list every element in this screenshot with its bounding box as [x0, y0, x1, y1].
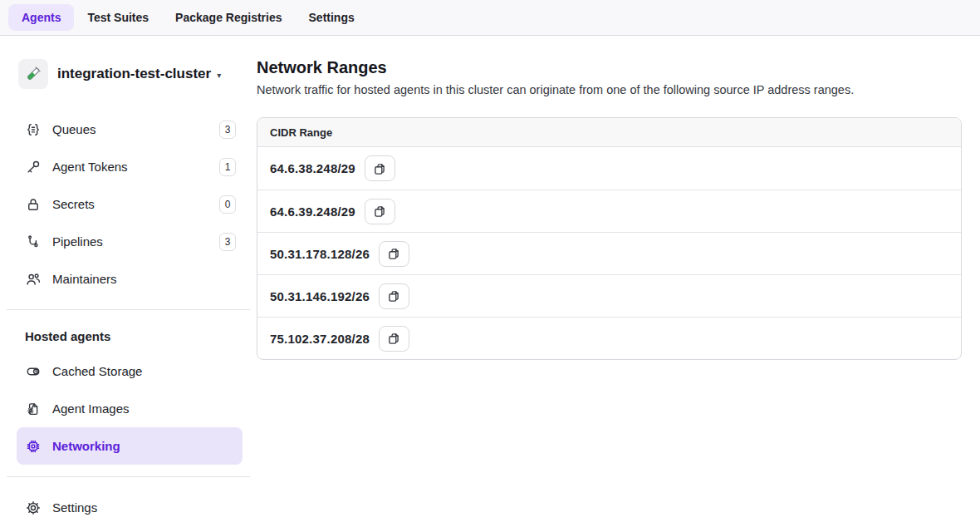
sidebar-item-label: Agent Tokens	[52, 160, 128, 174]
cluster-sidebar: integration-test-cluster ▾ Queues 3 A	[0, 36, 257, 526]
cidr-value: 64.6.39.248/29	[270, 204, 355, 219]
hosted-agents-section-label: Hosted agents	[25, 329, 257, 343]
copy-button[interactable]	[365, 199, 395, 224]
count-badge: 3	[219, 121, 236, 139]
sidebar-item-label: Queues	[52, 122, 96, 136]
key-icon	[25, 159, 42, 175]
lock-icon	[25, 196, 42, 213]
sidebar-item-cached-storage[interactable]: Cached Storage	[17, 352, 243, 390]
queues-icon	[25, 121, 42, 138]
table-row: 50.31.146.192/26	[257, 274, 961, 317]
cached-storage-icon	[25, 363, 42, 380]
tab-agents[interactable]: Agents	[8, 4, 74, 31]
tab-test-suites[interactable]: Test Suites	[74, 4, 162, 31]
cluster-name: integration-test-cluster	[57, 66, 211, 82]
copy-button[interactable]	[379, 241, 409, 267]
sidebar-item-label: Networking	[52, 439, 120, 453]
sidebar-item-settings[interactable]: Settings	[17, 489, 243, 526]
sidebar-item-label: Cached Storage	[52, 364, 142, 378]
people-icon	[25, 271, 42, 288]
hosted-agents-nav: Cached Storage Agent Images	[17, 352, 243, 465]
table-row: 64.6.39.248/29	[257, 190, 961, 232]
table-row: 64.6.38.248/29	[257, 147, 961, 190]
sidebar-item-label: Agent Images	[52, 401, 130, 416]
main-content: Network Ranges Network traffic for hoste…	[257, 36, 962, 360]
sidebar-item-secrets[interactable]: Secrets 0	[17, 185, 243, 223]
table-header: CIDR Range	[257, 118, 961, 147]
pipeline-icon	[25, 234, 42, 250]
tab-settings[interactable]: Settings	[296, 4, 368, 31]
table-row: 50.31.178.128/26	[257, 232, 961, 274]
copy-icon	[373, 162, 386, 175]
column-header-cidr-range: CIDR Range	[270, 126, 332, 139]
copy-button[interactable]	[379, 283, 409, 309]
copy-icon	[373, 204, 386, 218]
copy-button[interactable]	[365, 155, 395, 181]
sidebar-divider	[7, 476, 250, 477]
gear-icon	[25, 500, 42, 516]
sidebar-item-agent-images[interactable]: Agent Images	[17, 390, 243, 427]
sidebar-item-label: Pipelines	[52, 234, 103, 249]
sidebar-item-pipelines[interactable]: Pipelines 3	[17, 223, 243, 260]
tab-package-registries[interactable]: Package Registries	[162, 4, 295, 31]
count-badge: 1	[219, 158, 236, 176]
sidebar-footer-nav: Settings	[17, 489, 243, 526]
sidebar-item-label: Secrets	[52, 197, 95, 211]
sidebar-item-label: Settings	[52, 500, 97, 515]
cidr-range-table: CIDR Range 64.6.38.248/29 64.6.39.248/29	[257, 117, 962, 360]
cluster-nav: Queues 3 Agent Tokens 1 Secrets 0	[17, 111, 243, 298]
chip-icon	[25, 438, 42, 455]
table-row: 75.102.37.208/28	[257, 317, 961, 359]
cidr-value: 75.102.37.208/28	[270, 332, 370, 346]
agent-images-icon	[25, 401, 42, 417]
copy-icon	[387, 289, 400, 303]
copy-button[interactable]	[379, 326, 409, 352]
count-badge: 0	[219, 195, 236, 214]
sidebar-divider	[7, 309, 250, 310]
cidr-value: 50.31.178.128/26	[270, 247, 370, 261]
page-description: Network traffic for hosted agents in thi…	[257, 83, 962, 96]
page-title: Network Ranges	[257, 58, 962, 77]
chevron-down-icon: ▾	[217, 69, 221, 80]
sidebar-item-queues[interactable]: Queues 3	[17, 111, 243, 148]
cidr-value: 64.6.38.248/29	[270, 161, 355, 175]
test-tube-icon	[24, 65, 42, 83]
sidebar-item-label: Maintainers	[52, 272, 117, 286]
cluster-switcher[interactable]: integration-test-cluster ▾	[18, 59, 257, 89]
count-badge: 3	[219, 233, 236, 251]
sidebar-item-networking[interactable]: Networking	[17, 427, 243, 465]
cidr-value: 50.31.146.192/26	[270, 289, 370, 303]
sidebar-item-maintainers[interactable]: Maintainers	[17, 260, 243, 298]
sidebar-item-agent-tokens[interactable]: Agent Tokens 1	[17, 148, 243, 185]
top-nav: Agents Test Suites Package Registries Se…	[0, 0, 980, 36]
cluster-avatar	[18, 59, 48, 89]
copy-icon	[387, 332, 400, 345]
copy-icon	[387, 247, 400, 260]
